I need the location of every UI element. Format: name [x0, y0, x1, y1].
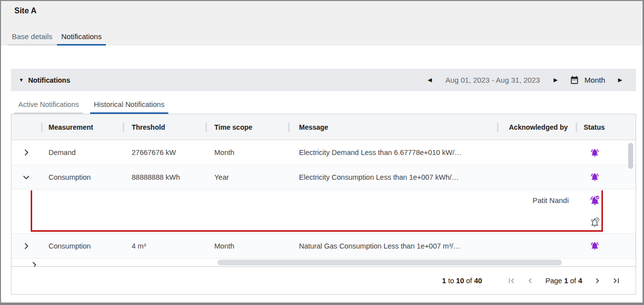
cell-threshold: 4 m³: [123, 242, 205, 250]
header-time-scope: Time scope: [205, 114, 288, 140]
cell-status: [576, 148, 636, 157]
header-threshold: Threshold: [123, 114, 205, 140]
main-tabs: Base details Notifications: [7, 29, 106, 46]
tab-notifications[interactable]: Notifications: [57, 29, 106, 46]
table-row[interactable]: Consumption 88888888 kWh Year Electricit…: [11, 165, 636, 189]
header-message: Message: [288, 114, 497, 140]
range-total: 40: [474, 277, 482, 285]
table-row[interactable]: Demand 27667676 kW Month Electricity Dem…: [11, 140, 636, 165]
cell-time-scope: Month: [205, 242, 288, 250]
notifications-table: Measurement Threshold Time scope Message…: [11, 114, 636, 295]
bell-acknowledged-inactive-icon[interactable]: [590, 217, 600, 228]
column-divider: [497, 122, 498, 132]
chevron-right-icon[interactable]: [20, 147, 32, 158]
column-divider: [123, 122, 124, 132]
site-window: Site A Base details Notifications ▼ Noti…: [0, 0, 644, 305]
column-divider: [205, 122, 207, 132]
cell-measurement: Demand: [41, 149, 123, 156]
pagination-bar: 1 to 10 of 40 Page 1 of 4: [11, 266, 636, 294]
prev-period-icon[interactable]: ◀: [426, 77, 434, 83]
bell-ringing-icon: [590, 148, 599, 157]
subtab-active-notifications[interactable]: Active Notifications: [14, 97, 83, 114]
next-period-icon[interactable]: ▶: [551, 77, 559, 83]
section-title: Notifications: [28, 76, 70, 84]
subtab-historical-notifications[interactable]: Historical Notifications: [90, 97, 169, 114]
cell-message: Electricity Consumption Less than 1e+007…: [288, 173, 497, 181]
date-navigator: ◀ Aug 01, 2023 - Aug 31, 2023 ▶ Month ▶: [426, 75, 636, 85]
cell-status: [576, 217, 636, 228]
page-of-label: of: [570, 277, 576, 285]
expanded-detail-rows: Patit Nandi: [11, 189, 636, 233]
page-header: Site A Base details Notifications: [1, 1, 643, 46]
cell-status: [576, 195, 636, 206]
chevron-right-icon[interactable]: [20, 240, 32, 252]
pagination-controls: Page 1 of 4: [506, 275, 622, 286]
calendar-icon[interactable]: [570, 75, 579, 85]
cell-status: [576, 241, 636, 251]
vertical-scrollbar-thumb[interactable]: [628, 143, 633, 169]
pagination-range: 1 to 10 of 40: [442, 277, 482, 285]
page-title: Site A: [14, 6, 37, 15]
header-label: Measurement: [49, 123, 93, 131]
next-page-icon[interactable]: [592, 275, 603, 286]
cell-threshold: 88888888 kWh: [123, 173, 205, 181]
bell-acknowledged-active-icon[interactable]: [590, 195, 600, 206]
page-word: Page: [545, 277, 562, 285]
cell-acknowledged-by: Patit Nandi: [497, 196, 576, 204]
page-current: 1: [564, 277, 568, 285]
notifications-card: ▼ Notifications ◀ Aug 01, 2023 - Aug 31,…: [11, 69, 636, 295]
notifications-section-bar: ▼ Notifications ◀ Aug 01, 2023 - Aug 31,…: [11, 69, 636, 91]
range-to-label: to: [448, 277, 454, 285]
header-label: Message: [299, 123, 328, 131]
last-page-icon[interactable]: [611, 275, 622, 286]
column-divider: [576, 122, 577, 132]
cell-status: [576, 172, 636, 182]
cell-message: Electricity Demand Less than 6.67778e+01…: [288, 149, 497, 156]
bell-ringing-icon: [590, 172, 599, 182]
header-acknowledged-by: Acknowledged by: [497, 114, 576, 140]
first-page-icon[interactable]: [506, 275, 517, 286]
page-total: 4: [578, 277, 582, 285]
header-label: Time scope: [214, 123, 252, 131]
range-of-label: of: [466, 277, 472, 285]
tab-base-details[interactable]: Base details: [7, 29, 57, 46]
column-divider: [288, 122, 290, 132]
horizontal-scrollbar-thumb[interactable]: [217, 259, 562, 265]
header-label: Status: [584, 123, 605, 131]
header-status: Status: [576, 114, 636, 140]
date-range-label: Aug 01, 2023 - Aug 31, 2023: [440, 76, 545, 84]
header-label: Threshold: [132, 123, 165, 131]
column-divider: [41, 122, 43, 132]
chevron-right-icon: [30, 261, 38, 266]
header-measurement: Measurement: [41, 114, 123, 140]
detail-row: [11, 211, 636, 234]
detail-row: Patit Nandi: [11, 189, 636, 211]
range-from: 1: [442, 277, 446, 285]
range-to: 10: [456, 277, 464, 285]
chevron-down-icon[interactable]: [20, 171, 32, 183]
cell-message: Natural Gas Consumption Less than 1e+007…: [288, 242, 497, 250]
table-body: Demand 27667676 kW Month Electricity Dem…: [11, 140, 636, 266]
triangle-down-icon[interactable]: ▼: [19, 77, 24, 83]
bell-ringing-icon: [590, 241, 599, 251]
granularity-selector[interactable]: Month: [585, 76, 605, 84]
header-expander-column: [11, 114, 41, 140]
cell-measurement: Consumption: [41, 173, 123, 181]
header-label: Acknowledged by: [509, 123, 568, 131]
cell-measurement: Consumption: [41, 242, 123, 250]
previous-page-icon[interactable]: [525, 275, 536, 286]
table-header-row: Measurement Threshold Time scope Message…: [11, 114, 636, 140]
pagination-page-label: Page 1 of 4: [545, 277, 582, 285]
granularity-next-icon[interactable]: ▶: [616, 77, 624, 83]
notifications-subtabs: Active Notifications Historical Notifica…: [11, 91, 636, 114]
cell-time-scope: Month: [205, 149, 288, 156]
table-row[interactable]: Consumption 4 m³ Month Natural Gas Consu…: [11, 233, 636, 258]
cell-threshold: 27667676 kW: [123, 149, 205, 156]
cell-time-scope: Year: [205, 173, 288, 181]
